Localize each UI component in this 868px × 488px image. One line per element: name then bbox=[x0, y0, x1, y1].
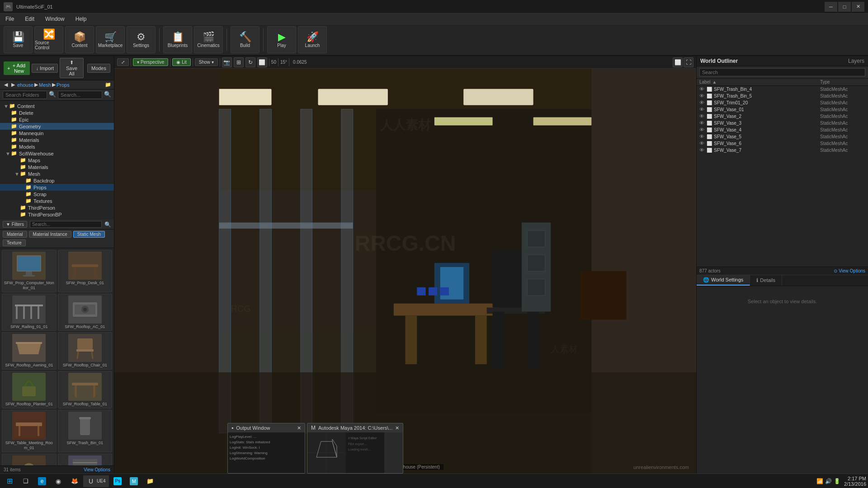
asset-item-trash-bin[interactable]: SFW_Trash_Bin_01 bbox=[58, 410, 113, 452]
transform-button[interactable]: ⤢ bbox=[117, 58, 129, 66]
visibility-icon[interactable]: 👁 bbox=[699, 147, 707, 153]
photoshop-taskbar-button[interactable]: Ps bbox=[110, 475, 125, 487]
asset-item-window-blinds-1[interactable]: SFW_Window_Blinds_01 bbox=[58, 454, 113, 465]
firefox-taskbar-button[interactable]: 🦊 bbox=[67, 475, 82, 487]
col-type-header[interactable]: Type bbox=[820, 80, 865, 84]
breadcrumb-folder-icon[interactable]: 📁 bbox=[105, 82, 111, 88]
show-button[interactable]: Show ▾ bbox=[195, 58, 218, 66]
tree-item-geometry[interactable]: 📁Geometry bbox=[0, 123, 114, 130]
save-all-button[interactable]: ⬆ Save All bbox=[60, 58, 84, 78]
unreal-taskbar-button[interactable]: U UE4 bbox=[83, 475, 109, 487]
import-button[interactable]: ↓ Import bbox=[32, 64, 58, 73]
filter-material[interactable]: Material bbox=[3, 231, 27, 238]
menu-file[interactable]: File bbox=[4, 15, 16, 23]
tree-item-mesh[interactable]: ▼📁Mesh bbox=[0, 170, 114, 177]
lit-button[interactable]: ◉ Lit bbox=[172, 58, 191, 66]
maya-window-titlebar[interactable]: M Autodesk Maya 2014: C:\Users\... ✕ bbox=[307, 423, 403, 432]
view-options-button[interactable]: View Options bbox=[84, 467, 110, 472]
breadcrumb-props[interactable]: Props bbox=[57, 82, 70, 88]
fullscreen-icon[interactable]: ⛶ bbox=[684, 57, 693, 67]
tree-item-backdrop[interactable]: 📁Backdrop bbox=[0, 177, 114, 184]
add-new-button[interactable]: + + Add New bbox=[4, 61, 30, 75]
perspective-button[interactable]: ▾ Perspective bbox=[133, 58, 168, 66]
modes-button[interactable]: Modes bbox=[87, 64, 110, 73]
viewport-scene[interactable]: RRCG.CN 人人素材 RCG 人素材 unrealienvironments… bbox=[114, 69, 696, 474]
search-assets-icon[interactable]: 🔍 bbox=[104, 91, 111, 99]
breadcrumb-ehouse[interactable]: ehouse bbox=[17, 82, 33, 88]
maya-close[interactable]: ✕ bbox=[395, 425, 399, 431]
outliner-item[interactable]: 👁 ⬜ SFW_Vase_7 StaticMeshAc bbox=[697, 147, 868, 154]
asset-item-table[interactable]: SFW_Rooftop_Table_01 bbox=[58, 371, 113, 408]
save-button[interactable]: 💾 Save bbox=[4, 26, 33, 53]
maya-taskbar-button[interactable]: M bbox=[126, 475, 142, 487]
edge-taskbar-button[interactable]: e bbox=[34, 475, 50, 487]
tree-item-props[interactable]: 📁Props bbox=[0, 184, 114, 191]
blueprints-button[interactable]: 📋 Blueprints bbox=[163, 26, 192, 53]
filter-static-mesh[interactable]: Static Mesh bbox=[73, 231, 105, 238]
outliner-item[interactable]: 👁 ⬜ SFW_Trash_Bin_4 StaticMeshAc bbox=[697, 86, 868, 93]
asset-item-rooftop-ac[interactable]: SFW_Rooftop_AC_01 bbox=[58, 294, 113, 331]
outliner-item[interactable]: 👁 ⬜ SFW_Vase_5 StaticMeshAc bbox=[697, 133, 868, 140]
output-window[interactable]: ▪ Output Window ✕ LogPlayLevel: ... LogS… bbox=[227, 423, 305, 474]
tree-item-content[interactable]: ▼📁Content bbox=[0, 103, 114, 109]
tree-item-models[interactable]: 📁Models bbox=[0, 143, 114, 150]
menu-window[interactable]: Window bbox=[43, 15, 66, 23]
outliner-item[interactable]: 👁 ⬜ SFW_Trash_Bin_5 StaticMeshAc bbox=[697, 93, 868, 99]
forward-arrow[interactable]: ▶ bbox=[10, 81, 16, 88]
tree-item-scrap[interactable]: 📁Scrap bbox=[0, 191, 114, 197]
grid-snap-icon[interactable]: ⊞ bbox=[234, 57, 244, 67]
filter-texture[interactable]: Texture bbox=[3, 239, 26, 246]
task-view-button[interactable]: ❑ bbox=[18, 475, 33, 487]
explorer-taskbar-button[interactable]: 📁 bbox=[142, 475, 158, 487]
maya-window[interactable]: M Autodesk Maya 2014: C:\Users\... ✕ bbox=[307, 423, 403, 474]
tree-item-textures[interactable]: 📁Textures bbox=[0, 197, 114, 204]
filter-search-input[interactable] bbox=[30, 221, 102, 228]
filter-search-icon[interactable]: 🔍 bbox=[104, 221, 111, 228]
output-window-titlebar[interactable]: ▪ Output Window ✕ bbox=[228, 423, 305, 432]
visibility-icon[interactable]: 👁 bbox=[699, 107, 707, 112]
world-settings-tab[interactable]: 🌐 World Settings bbox=[697, 275, 750, 286]
asset-item-computer-monitor[interactable]: SFW_Prop_Computer_Monitor_01 bbox=[2, 250, 57, 292]
search-folders-icon[interactable]: 🔍 bbox=[49, 91, 56, 99]
scale-snap-icon[interactable]: ⬜ bbox=[257, 57, 267, 67]
play-button[interactable]: ▶ Play bbox=[267, 26, 296, 53]
menu-edit[interactable]: Edit bbox=[23, 15, 36, 23]
outliner-item[interactable]: 👁 ⬜ SFW_Vase_01 StaticMeshAc bbox=[697, 106, 868, 113]
close-button[interactable]: ✕ bbox=[852, 2, 864, 12]
start-button[interactable]: ⊞ bbox=[2, 475, 17, 487]
settings-button[interactable]: ⚙ Settings bbox=[127, 26, 156, 53]
tree-item-maps[interactable]: 📁Maps bbox=[0, 157, 114, 164]
cinematics-button[interactable]: 🎬 Cinematics bbox=[194, 26, 223, 53]
launch-button[interactable]: 🚀 Launch bbox=[298, 26, 327, 53]
visibility-icon[interactable]: 👁 bbox=[699, 113, 707, 119]
visibility-icon[interactable]: 👁 bbox=[699, 120, 707, 126]
layers-button[interactable]: Layers bbox=[848, 58, 864, 64]
source-control-button[interactable]: 🔀 Source Control bbox=[34, 26, 63, 53]
visibility-icon[interactable]: 👁 bbox=[699, 127, 707, 132]
outliner-item[interactable]: 👁 ⬜ SFW_Vase_6 StaticMeshAc bbox=[697, 140, 868, 147]
rotation-snap-icon[interactable]: ↻ bbox=[245, 57, 255, 67]
marketplace-button[interactable]: 🛒 Marketplace bbox=[96, 26, 125, 53]
outliner-item[interactable]: 👁 ⬜ SFW_Vase_4 StaticMeshAc bbox=[697, 127, 868, 133]
minimize-button[interactable]: ─ bbox=[825, 2, 837, 12]
asset-item-desk[interactable]: SFW_Prop_Desk_01 bbox=[58, 250, 113, 292]
menu-help[interactable]: Help bbox=[74, 15, 89, 23]
visibility-icon[interactable]: 👁 bbox=[699, 134, 707, 139]
output-window-close[interactable]: ✕ bbox=[297, 425, 301, 431]
search-assets-input[interactable] bbox=[58, 91, 102, 99]
filter-material-instance[interactable]: Material Instance bbox=[29, 231, 71, 238]
breadcrumb-mesh[interactable]: Mesh bbox=[39, 82, 51, 88]
tree-item-materials[interactable]: 📁Materials bbox=[0, 136, 114, 143]
content-button[interactable]: 📦 Content bbox=[65, 26, 94, 53]
view-options-link[interactable]: ⊙ View Options bbox=[834, 268, 865, 273]
build-button[interactable]: 🔨 Build bbox=[231, 26, 259, 53]
maximize-button[interactable]: □ bbox=[838, 2, 851, 12]
outliner-search-input[interactable] bbox=[699, 68, 865, 76]
tree-item-materials-sub[interactable]: 📁Materials bbox=[0, 164, 114, 170]
tree-item-scifiwarehouse[interactable]: ▼📁ScifiWarehouse bbox=[0, 150, 114, 157]
asset-item-chair[interactable]: SFW_Rooftop_Chair_01 bbox=[58, 332, 113, 370]
viewport[interactable]: ⤢ ▾ Perspective ◉ Lit Show ▾ 📷 ⊞ ↻ ⬜ 50 bbox=[114, 56, 696, 474]
visibility-icon[interactable]: 👁 bbox=[699, 100, 707, 105]
tree-item-thirdpersonbp[interactable]: 📁ThirdPersonBP bbox=[0, 211, 114, 218]
tree-item-mannequin[interactable]: 📁Mannequin bbox=[0, 130, 114, 136]
